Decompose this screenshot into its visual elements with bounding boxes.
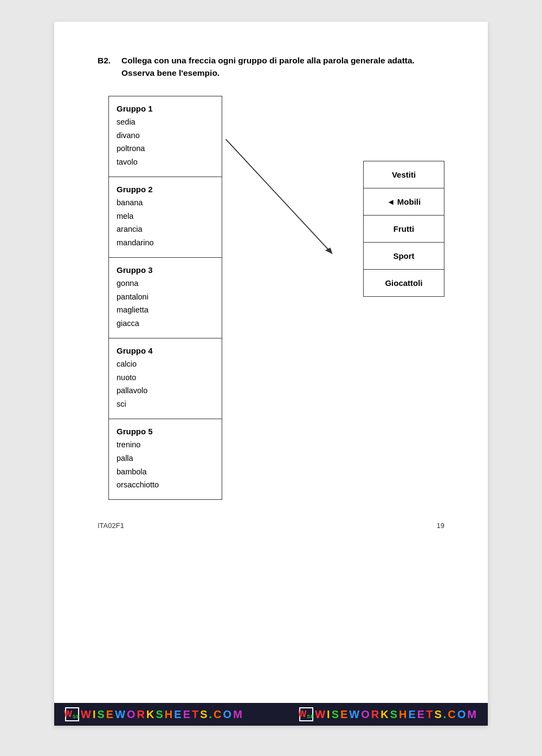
group-2-item-3: arancia [117, 223, 214, 236]
group-2-item-1: banana [117, 196, 214, 210]
instruction-text: Collega con una freccia ogni gruppo di p… [121, 54, 444, 80]
category-box-3: Frutti [364, 216, 444, 243]
group-box-1: Gruppo 1sediadivanopoltronatavolo [109, 96, 222, 177]
group-box-3: Gruppo 3gonnapantalonimagliettagiacca [109, 258, 222, 338]
group-2-item-4: mandarino [117, 236, 214, 250]
logo-left: WSE [65, 707, 79, 721]
group-3-item-4: giacca [117, 317, 214, 330]
groups-column: Gruppo 1sediadivanopoltronatavoloGruppo … [108, 96, 222, 500]
category-box-5: Giocattoli [364, 270, 444, 296]
group-box-4: Gruppo 4calcionuotopallavolosci [109, 338, 222, 419]
group-4-item-1: calcio [117, 357, 214, 371]
group-4-item-3: pallavolo [117, 384, 214, 397]
group-5-item-2: palla [117, 452, 214, 465]
group-title-5: Gruppo 5 [117, 425, 214, 439]
category-box-1: Vestiti [364, 161, 444, 188]
group-1-item-4: tavolo [117, 155, 214, 169]
group-2-item-2: mela [117, 210, 214, 223]
footer: ITA02F1 19 [98, 522, 444, 530]
category-box-4: Sport [364, 243, 444, 270]
watermark-left: WSE WISEWORKSHEETS.COM [65, 707, 243, 721]
middle-area [222, 96, 363, 475]
category-box-2: ◄ Mobili [364, 188, 444, 216]
group-1-item-1: sedia [117, 115, 214, 129]
group-box-5: Gruppo 5treninopallabambolaorsacchiotto [109, 419, 222, 499]
group-title-3: Gruppo 3 [117, 263, 214, 277]
exercise-area: Gruppo 1sediadivanopoltronatavoloGruppo … [108, 96, 444, 500]
group-1-item-3: poltrona [117, 142, 214, 155]
group-1-item-2: divano [117, 129, 214, 142]
categories-column: Vestiti◄ MobiliFruttiSportGiocattoli [363, 161, 444, 297]
page-code: ITA02F1 [98, 522, 124, 530]
instruction: B2. Collega con una freccia ogni gruppo … [98, 54, 444, 80]
group-4-item-2: nuoto [117, 371, 214, 384]
group-3-item-3: maglietta [117, 303, 214, 317]
group-5-item-3: bambola [117, 465, 214, 479]
group-title-2: Gruppo 2 [117, 183, 214, 197]
arrow-svg [222, 96, 363, 475]
group-3-item-2: pantaloni [117, 290, 214, 304]
logo-right: WSE [299, 707, 313, 721]
watermark-bar: WSE WISEWORKSHEETS.COM WSE WISEWORKSHEET… [54, 703, 488, 726]
page: B2. Collega con una freccia ogni gruppo … [54, 22, 488, 726]
group-box-2: Gruppo 2bananamelaaranciamandarino [109, 177, 222, 258]
instruction-label: B2. [98, 54, 115, 80]
group-title-4: Gruppo 4 [117, 344, 214, 358]
group-title-1: Gruppo 1 [117, 102, 214, 116]
svg-line-0 [226, 139, 332, 253]
group-5-item-1: trenino [117, 438, 214, 452]
group-3-item-1: gonna [117, 277, 214, 290]
watermark-right: WSE WISEWORKSHEETS.COM [299, 707, 477, 721]
group-4-item-4: sci [117, 397, 214, 411]
page-number: 19 [437, 522, 444, 530]
group-5-item-4: orsacchiotto [117, 478, 214, 492]
